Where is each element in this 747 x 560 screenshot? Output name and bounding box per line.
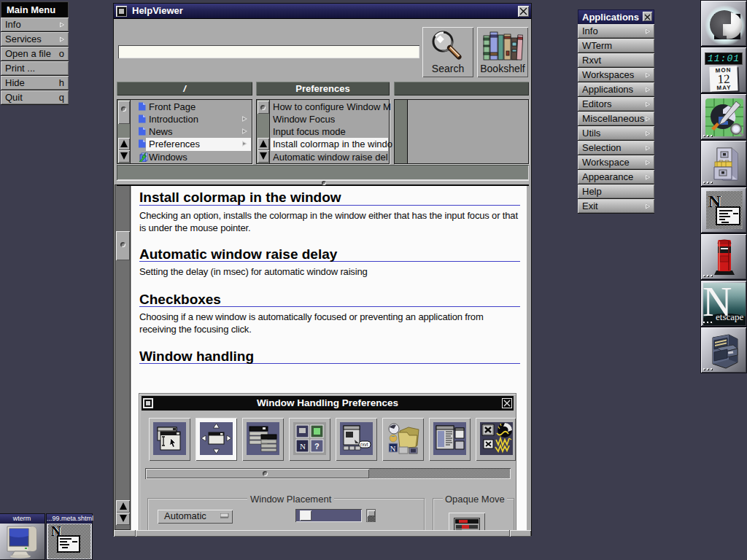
svg-text:rxvt: rxvt	[360, 442, 368, 447]
svg-text:N: N	[390, 444, 396, 453]
svg-text:N: N	[300, 442, 306, 451]
svg-text:?: ?	[314, 442, 320, 451]
svg-text:etscape: etscape	[716, 311, 743, 322]
